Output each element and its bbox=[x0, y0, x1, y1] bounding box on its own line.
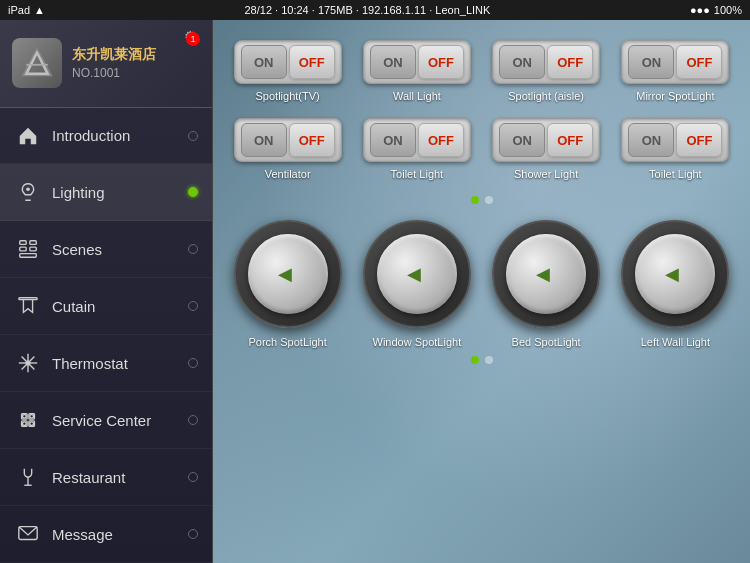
nav-dot-lighting bbox=[188, 187, 198, 197]
status-bar: iPad ▲ 28/12 · 10:24 · 175MB · 192.168.1… bbox=[0, 0, 750, 20]
toggle-on-3[interactable]: ON bbox=[499, 45, 545, 79]
toggle-on-2[interactable]: ON bbox=[370, 45, 416, 79]
knob-item-porch: ◀ Porch SpotLight bbox=[229, 220, 346, 348]
sidebar-item-thermostat[interactable]: Thermostat bbox=[0, 335, 212, 392]
nav-label-lighting: Lighting bbox=[52, 184, 188, 201]
nav-dot-service-center bbox=[188, 415, 198, 425]
switch-page-dot-2[interactable] bbox=[485, 196, 493, 204]
switch-item-ventilator: ON OFF Ventilator bbox=[229, 118, 346, 180]
switch-item-spotlight-tv: ON OFF Spotlight(TV) bbox=[229, 40, 346, 102]
status-bar-center: 28/12 · 10:24 · 175MB · 192.168.1.11 · L… bbox=[244, 4, 490, 16]
nav-dot-thermostat bbox=[188, 358, 198, 368]
toggle-switch-4[interactable]: ON OFF bbox=[621, 40, 729, 84]
knob-label-3: Bed SpotLight bbox=[512, 336, 581, 348]
knob-container-2[interactable]: ◀ bbox=[363, 220, 471, 328]
switch-label-4: Mirror SpotLight bbox=[636, 90, 714, 102]
nav-label-introduction: Introduction bbox=[52, 127, 188, 144]
nav-label-message: Message bbox=[52, 526, 188, 543]
sidebar-item-restaurant[interactable]: Restaurant bbox=[0, 449, 212, 506]
service-icon bbox=[14, 406, 42, 434]
sidebar-item-cutain[interactable]: Cutain bbox=[0, 278, 212, 335]
toggle-off-4[interactable]: OFF bbox=[676, 45, 722, 79]
sidebar-item-scenes[interactable]: Scenes bbox=[0, 221, 212, 278]
toggle-switch-6[interactable]: ON OFF bbox=[363, 118, 471, 162]
toggle-off-8[interactable]: OFF bbox=[676, 123, 722, 157]
nav-label-cutain: Cutain bbox=[52, 298, 188, 315]
knob-page-dot-2[interactable] bbox=[485, 356, 493, 364]
toggle-off-1[interactable]: OFF bbox=[289, 45, 335, 79]
knob-item-bed: ◀ Bed SpotLight bbox=[488, 220, 605, 348]
toggle-on-5[interactable]: ON bbox=[241, 123, 287, 157]
toggle-switch-5[interactable]: ON OFF bbox=[234, 118, 342, 162]
toggle-on-7[interactable]: ON bbox=[499, 123, 545, 157]
nav-label-restaurant: Restaurant bbox=[52, 469, 188, 486]
switches-grid-row1: ON OFF Spotlight(TV) ON OFF Wall Light O… bbox=[229, 40, 734, 102]
toggle-switch-8[interactable]: ON OFF bbox=[621, 118, 729, 162]
toggle-off-7[interactable]: OFF bbox=[547, 123, 593, 157]
switch-label-1: Spotlight(TV) bbox=[256, 90, 320, 102]
knob-label-4: Left Wall Light bbox=[641, 336, 710, 348]
knob-face-4[interactable]: ◀ bbox=[635, 234, 715, 314]
sidebar: 东升凯莱酒店 NO.1001 ⚙ 1 Introduction Lighting bbox=[0, 20, 213, 563]
switch-item-wall-light: ON OFF Wall Light bbox=[358, 40, 475, 102]
svg-rect-8 bbox=[20, 254, 37, 258]
knob-arrow-3: ◀ bbox=[536, 263, 550, 285]
toggle-switch-2[interactable]: ON OFF bbox=[363, 40, 471, 84]
knob-page-dot-1[interactable] bbox=[471, 356, 479, 364]
nav-label-service-center: Service Center bbox=[52, 412, 188, 429]
svg-point-15 bbox=[23, 415, 27, 419]
hotel-logo-svg bbox=[19, 45, 55, 81]
svg-point-14 bbox=[26, 361, 30, 365]
content-scroll[interactable]: ON OFF Spotlight(TV) ON OFF Wall Light O… bbox=[213, 20, 750, 563]
svg-rect-9 bbox=[19, 298, 37, 300]
nav-label-scenes: Scenes bbox=[52, 241, 188, 258]
switch-item-spotlight-aisle: ON OFF Spotlight (aisle) bbox=[488, 40, 605, 102]
knob-face-3[interactable]: ◀ bbox=[506, 234, 586, 314]
toggle-switch-3[interactable]: ON OFF bbox=[492, 40, 600, 84]
sidebar-item-lighting[interactable]: Lighting bbox=[0, 164, 212, 221]
bulb-icon bbox=[14, 178, 42, 206]
battery-label: 100% bbox=[714, 4, 742, 16]
svg-rect-4 bbox=[20, 241, 26, 245]
sidebar-item-introduction[interactable]: Introduction bbox=[0, 108, 212, 165]
svg-point-17 bbox=[23, 422, 27, 426]
switch-label-3: Spotlight (aisle) bbox=[508, 90, 584, 102]
toggle-switch-7[interactable]: ON OFF bbox=[492, 118, 600, 162]
hotel-number: NO.1001 bbox=[72, 66, 156, 80]
nav-label-thermostat: Thermostat bbox=[52, 355, 188, 372]
toggle-on-6[interactable]: ON bbox=[370, 123, 416, 157]
knobs-pagination bbox=[229, 356, 734, 364]
switch-page-dot-1[interactable] bbox=[471, 196, 479, 204]
knob-item-left-wall: ◀ Left Wall Light bbox=[617, 220, 734, 348]
knob-arrow-1: ◀ bbox=[278, 263, 292, 285]
svg-rect-5 bbox=[20, 248, 26, 252]
hotel-logo bbox=[12, 38, 62, 88]
toggle-off-2[interactable]: OFF bbox=[418, 45, 464, 79]
knob-container-3[interactable]: ◀ bbox=[492, 220, 600, 328]
toggle-off-5[interactable]: OFF bbox=[289, 123, 335, 157]
knob-face-1[interactable]: ◀ bbox=[248, 234, 328, 314]
sidebar-item-message[interactable]: Message bbox=[0, 506, 212, 563]
nav-dot-scenes bbox=[188, 244, 198, 254]
hotel-info: 东升凯莱酒店 NO.1001 bbox=[72, 46, 156, 80]
toggle-switch-1[interactable]: ON OFF bbox=[234, 40, 342, 84]
knob-container-1[interactable]: ◀ bbox=[234, 220, 342, 328]
svg-point-18 bbox=[30, 422, 34, 426]
switch-label-5: Ventilator bbox=[265, 168, 311, 180]
toggle-off-3[interactable]: OFF bbox=[547, 45, 593, 79]
toggle-on-1[interactable]: ON bbox=[241, 45, 287, 79]
settings-icon[interactable]: ⚙ 1 bbox=[184, 28, 204, 48]
knob-arrow-4: ◀ bbox=[665, 263, 679, 285]
nav-dot-message bbox=[188, 529, 198, 539]
toggle-on-8[interactable]: ON bbox=[628, 123, 674, 157]
toggle-off-6[interactable]: OFF bbox=[418, 123, 464, 157]
switches-grid-row2: ON OFF Ventilator ON OFF Toilet Light ON bbox=[229, 118, 734, 180]
status-bar-right: ●●● 100% bbox=[690, 4, 742, 16]
knob-face-2[interactable]: ◀ bbox=[377, 234, 457, 314]
knob-container-4[interactable]: ◀ bbox=[621, 220, 729, 328]
scenes-icon bbox=[14, 235, 42, 263]
hotel-header: 东升凯莱酒店 NO.1001 ⚙ 1 bbox=[0, 20, 212, 108]
home-icon bbox=[14, 122, 42, 150]
toggle-on-4[interactable]: ON bbox=[628, 45, 674, 79]
sidebar-item-service-center[interactable]: Service Center bbox=[0, 392, 212, 449]
